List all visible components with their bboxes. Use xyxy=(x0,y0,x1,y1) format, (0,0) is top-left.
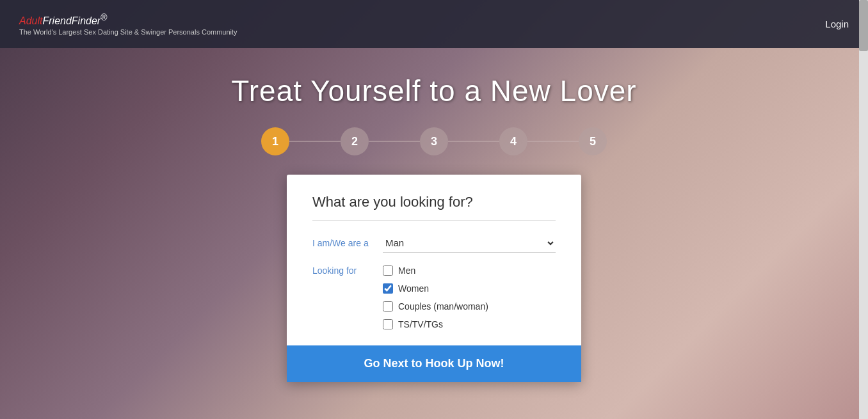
logo-friend: Friend xyxy=(42,15,71,26)
hero-title: Treat Yourself to a New Lover xyxy=(231,74,636,108)
checkbox-tstv-label: TS/TV/TGs xyxy=(398,319,443,329)
form-card: What are you looking for? I am/We are a … xyxy=(287,175,581,382)
checkbox-men-row[interactable]: Men xyxy=(383,265,488,276)
checkbox-couples[interactable] xyxy=(383,301,393,312)
form-title: What are you looking for? xyxy=(312,194,556,221)
step-line-4 xyxy=(527,141,579,142)
checkbox-couples-row[interactable]: Couples (man/woman) xyxy=(383,301,488,312)
step-line-2 xyxy=(369,141,420,142)
site-header: AdultFriendFinder® The World's Largest S… xyxy=(0,0,868,48)
i-am-select[interactable]: Man Woman Couple (man/woman) Couple (2 w… xyxy=(383,233,556,253)
checkbox-women[interactable] xyxy=(383,283,393,294)
logo-adult: Adult xyxy=(19,15,42,26)
i-am-row: I am/We are a Man Woman Couple (man/woma… xyxy=(312,233,556,253)
step-line-1 xyxy=(289,141,341,142)
checkbox-tstv[interactable] xyxy=(383,319,393,329)
looking-for-label: Looking for xyxy=(312,265,383,276)
step-1[interactable]: 1 xyxy=(261,127,289,155)
checkbox-women-label: Women xyxy=(398,283,429,294)
cta-button[interactable]: Go Next to Hook Up Now! xyxy=(287,345,581,382)
logo: AdultFriendFinder® The World's Largest S… xyxy=(19,12,237,36)
step-3[interactable]: 3 xyxy=(420,127,448,155)
scrollbar-thumb[interactable] xyxy=(859,0,868,51)
logo-text: AdultFriendFinder® xyxy=(19,12,237,27)
logo-tagline: The World's Largest Sex Dating Site & Sw… xyxy=(19,28,237,36)
step-2[interactable]: 2 xyxy=(341,127,369,155)
logo-finder: Finder xyxy=(72,15,100,26)
checkboxes-group: Men Women Couples (man/woman) TS/TV/TGs xyxy=(383,265,488,329)
i-am-label: I am/We are a xyxy=(312,238,383,248)
checkbox-men[interactable] xyxy=(383,265,393,276)
step-4[interactable]: 4 xyxy=(499,127,527,155)
checkbox-couples-label: Couples (man/woman) xyxy=(398,301,488,312)
step-line-3 xyxy=(448,141,499,142)
checkbox-women-row[interactable]: Women xyxy=(383,283,488,294)
login-link[interactable]: Login xyxy=(825,19,849,29)
scrollbar-track[interactable] xyxy=(859,0,868,419)
step-5[interactable]: 5 xyxy=(579,127,607,155)
step-indicator: 1 2 3 4 5 xyxy=(261,127,607,155)
checkbox-tstv-row[interactable]: TS/TV/TGs xyxy=(383,319,488,329)
main-content: Treat Yourself to a New Lover 1 2 3 4 5 … xyxy=(0,48,868,382)
checkbox-men-label: Men xyxy=(398,265,415,276)
looking-for-row: Looking for Men Women Couples (man/woman… xyxy=(312,265,556,329)
logo-registered: ® xyxy=(100,12,107,22)
